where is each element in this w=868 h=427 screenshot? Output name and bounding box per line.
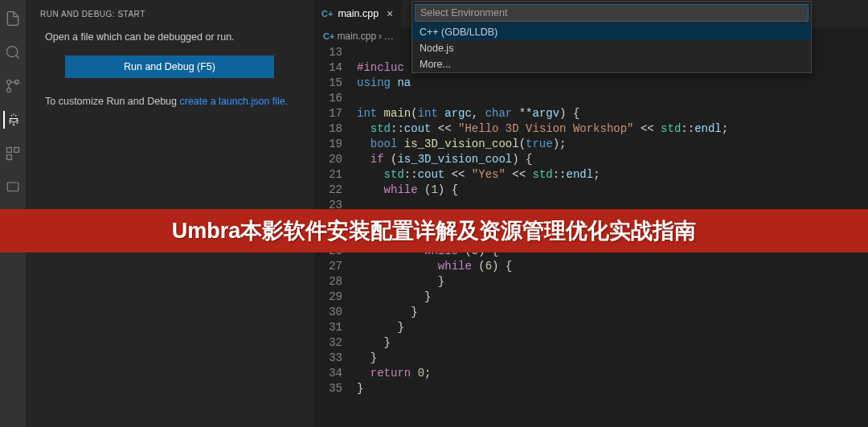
source-control-icon[interactable] xyxy=(4,77,22,95)
dropdown-header[interactable]: Select Environment xyxy=(415,4,809,22)
select-environment-dropdown: Select Environment C++ (GDB/LLDB)Node.js… xyxy=(411,1,812,73)
files-icon[interactable] xyxy=(4,10,22,27)
dropdown-item[interactable]: More... xyxy=(412,56,811,72)
remote-icon[interactable] xyxy=(4,179,22,196)
tab-main-cpp[interactable]: C+ main.cpp × xyxy=(313,0,401,27)
svg-line-1 xyxy=(16,55,19,59)
svg-rect-6 xyxy=(14,148,19,153)
dropdown-item[interactable]: Node.js xyxy=(412,40,811,56)
run-debug-icon[interactable] xyxy=(3,111,21,129)
svg-rect-8 xyxy=(7,183,18,191)
overlay-banner: Umbra本影软件安装配置详解及资源管理优化实战指南 xyxy=(0,209,868,253)
overlay-text: Umbra本影软件安装配置详解及资源管理优化实战指南 xyxy=(172,216,697,245)
cpp-file-icon: C+ xyxy=(323,31,334,41)
search-icon[interactable] xyxy=(4,43,22,61)
tab-label: main.cpp xyxy=(338,8,379,19)
dropdown-item[interactable]: C++ (GDB/LLDB) xyxy=(412,24,811,40)
extensions-icon[interactable] xyxy=(4,145,22,162)
svg-rect-7 xyxy=(7,155,12,160)
svg-point-3 xyxy=(7,88,11,92)
svg-point-0 xyxy=(7,47,18,57)
create-launch-json-link[interactable]: create a launch.json file. xyxy=(179,96,288,107)
cpp-file-icon: C+ xyxy=(321,9,333,18)
open-file-text: Open a file which can be debugged or run… xyxy=(26,27,313,46)
customize-text: To customize Run and Debug create a laun… xyxy=(26,88,313,115)
run-and-debug-button[interactable]: Run and Debug (F5) xyxy=(65,55,274,78)
sidebar-title: RUN AND DEBUG: START xyxy=(26,6,313,27)
svg-point-4 xyxy=(7,80,11,84)
close-icon[interactable]: × xyxy=(387,7,393,20)
svg-rect-5 xyxy=(7,148,12,153)
